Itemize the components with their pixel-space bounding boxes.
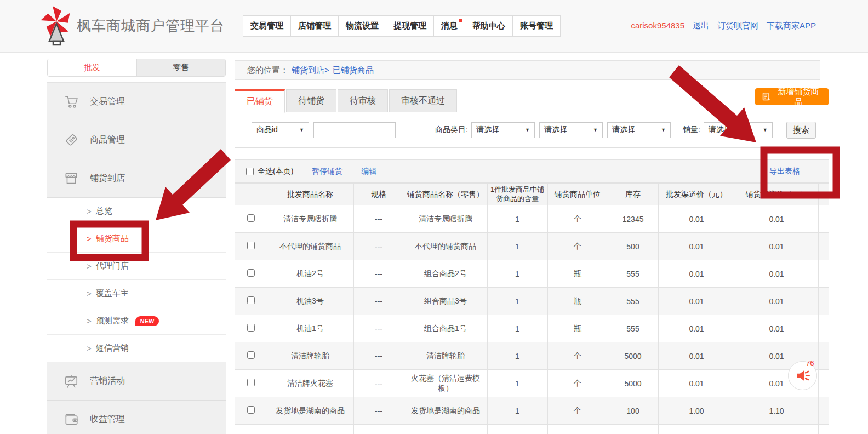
table-cell: 发货地是湖南的商品	[404, 397, 487, 425]
table-cell: 1	[487, 260, 547, 288]
table-cell: 1	[487, 397, 547, 425]
sidebar-subitem-sms-marketing[interactable]: > 短信营销	[47, 335, 226, 362]
breadcrumb-prefix: 您的位置：	[247, 65, 288, 76]
table-cell: 火花塞（清洁运费模板）	[404, 370, 487, 397]
tab-pending-distribution[interactable]: 待铺货	[286, 89, 336, 112]
col-wholesale-name: 批发商品名称	[267, 184, 353, 205]
row-checkbox[interactable]	[247, 296, 255, 304]
category-select-2[interactable]: 请选择 ▼	[539, 122, 603, 138]
username-link[interactable]: carisok954835	[631, 21, 684, 31]
sidebar-item-distribute-to-store[interactable]: 铺货到店	[47, 159, 226, 198]
breadcrumb-link-section[interactable]: 铺货到店>	[292, 65, 329, 76]
keyword-input[interactable]	[313, 122, 396, 138]
main-content: 您的位置： 铺货到店> 已铺货商品 新增铺货商品 已铺货 待铺货 待审核 审核不…	[235, 60, 829, 434]
row-checkbox[interactable]	[247, 406, 255, 414]
topnav-item-help[interactable]: 帮助中心	[465, 15, 513, 37]
row-checkbox[interactable]	[247, 324, 255, 332]
sidebar-item-marketing[interactable]: 营销活动	[47, 362, 226, 401]
export-table-link[interactable]: 导出表格	[769, 167, 800, 176]
official-site-link[interactable]: 订货呗官网	[717, 21, 758, 31]
sidebar-item-label: 营销活动	[90, 375, 125, 387]
table-cell: 发货地是湖南的商品	[267, 397, 353, 425]
category-select-3-value: 请选择	[612, 125, 635, 135]
notification-dot	[459, 19, 462, 22]
select-all-checkbox[interactable]	[246, 168, 254, 175]
new-badge: NEW	[135, 316, 159, 326]
table-cell: 组合商品2号	[404, 260, 487, 288]
sidebar-subitem-distributed-goods[interactable]: > 铺货商品	[47, 225, 226, 253]
tab-review-rejected[interactable]: 审核不通过	[389, 89, 457, 112]
topnav-item-account[interactable]: 账号管理	[512, 15, 561, 37]
sidebar-subitem-covered-owners[interactable]: > 覆盖车主	[47, 280, 226, 307]
table-row: 机油3号---组合商品3号1瓶5550.010.01	[235, 288, 829, 315]
row-checkbox[interactable]	[247, 379, 255, 386]
row-checkbox[interactable]	[247, 242, 255, 249]
sidebar-subitem-agency-stores[interactable]: > 代理门店	[47, 253, 226, 280]
table-cell: 个	[547, 205, 608, 233]
row-checkbox[interactable]	[247, 214, 255, 222]
clipped-cell	[818, 342, 829, 370]
table-cell: 1	[487, 233, 547, 260]
topnav-item-withdraw[interactable]: 提现管理	[386, 15, 434, 37]
table-body: 清洁专属瞎折腾---清洁专属瞎折腾1个123450.010.01不代理的铺货商品…	[235, 205, 829, 434]
sidebar-subitem-overview[interactable]: > 总览	[47, 198, 226, 225]
search-field-select[interactable]: 商品id ▼	[252, 122, 309, 138]
topnav-item-logistics[interactable]: 物流设置	[338, 15, 386, 37]
table-cell: 瓶	[547, 288, 608, 315]
sidebar-item-revenue[interactable]: 收益管理	[47, 401, 226, 434]
table-cell: ---	[353, 370, 404, 397]
topnav-item-messages[interactable]: 消息	[433, 15, 465, 37]
table-cell: 12345	[608, 205, 658, 233]
edit-link[interactable]: 编辑	[361, 167, 376, 176]
table-cell: 组合商品3号	[404, 288, 487, 315]
wallet-icon	[64, 412, 79, 427]
table-cell: 100	[608, 397, 658, 425]
chevron-down-icon: ▼	[763, 127, 768, 133]
clipped-cell	[818, 288, 829, 315]
topnav-item-shop[interactable]: 店铺管理	[290, 15, 339, 37]
sidebar-item-goods[interactable]: 商品管理	[47, 121, 226, 159]
mode-tab-wholesale[interactable]: 批发	[48, 59, 136, 76]
category-select-1-value: 请选择	[476, 125, 499, 135]
speaker-icon	[795, 368, 810, 383]
table-cell: 5000	[608, 342, 658, 370]
table-cell: 清洁牌火花塞	[267, 370, 353, 397]
sales-select[interactable]: 请选择 ▼	[704, 122, 773, 138]
sidebar: 批发 零售 交易管理 商品管理 铺货到店 > 总览 > 铺货商品	[47, 59, 226, 434]
list-toolbar: 全选(本页) 暂停铺货 编辑 导出表格	[235, 160, 829, 183]
category-select-1[interactable]: 请选择 ▼	[471, 122, 535, 138]
table-cell: ---	[353, 288, 404, 315]
logout-link[interactable]: 退出	[693, 21, 709, 31]
table-cell	[735, 425, 818, 434]
chevron-prefix: >	[87, 289, 92, 298]
table-cell: 555	[608, 288, 658, 315]
row-checkbox[interactable]	[247, 269, 255, 277]
category-select-3[interactable]: 请选择 ▼	[607, 122, 671, 138]
pause-distribution-link[interactable]: 暂停铺货	[312, 167, 342, 176]
table-cell: 机油1号	[267, 315, 353, 342]
download-app-link[interactable]: 下载商家APP	[767, 21, 816, 31]
clipped-cell	[818, 315, 829, 342]
search-field-value: 商品id	[256, 125, 278, 135]
cart-icon	[64, 94, 79, 110]
search-button[interactable]: 搜索	[786, 122, 816, 139]
row-checkbox-cell	[235, 233, 267, 260]
tab-distributed[interactable]: 已铺货	[235, 89, 285, 113]
table-cell: 1.10	[735, 397, 818, 425]
row-checkbox-cell	[235, 205, 267, 233]
row-checkbox[interactable]	[247, 351, 255, 359]
table-row: 清洁牌轮胎---清洁牌轮胎1个50000.010.01	[235, 342, 829, 370]
sidebar-item-trade[interactable]: 交易管理	[47, 83, 226, 121]
mode-tab-retail[interactable]: 零售	[136, 59, 226, 76]
sales-label: 销量:	[683, 125, 700, 135]
sidebar-subitem-demand-forecast[interactable]: > 预测需求 NEW	[47, 307, 226, 335]
tab-pending-review[interactable]: 待审核	[338, 89, 388, 112]
table-cell: ---	[353, 233, 404, 260]
mode-toggle: 批发 零售	[47, 59, 226, 77]
table-cell: 555	[608, 315, 658, 342]
topnav-item-trade[interactable]: 交易管理	[243, 15, 291, 37]
breadcrumb-link-page[interactable]: 已铺货商品	[333, 65, 374, 76]
table-cell	[487, 425, 547, 434]
goods-table: 批发商品名称 规格 铺货商品名称（零售） 1件批发商品中铺货商品的含量 铺货商品…	[235, 183, 829, 434]
chevron-prefix: >	[87, 234, 92, 243]
